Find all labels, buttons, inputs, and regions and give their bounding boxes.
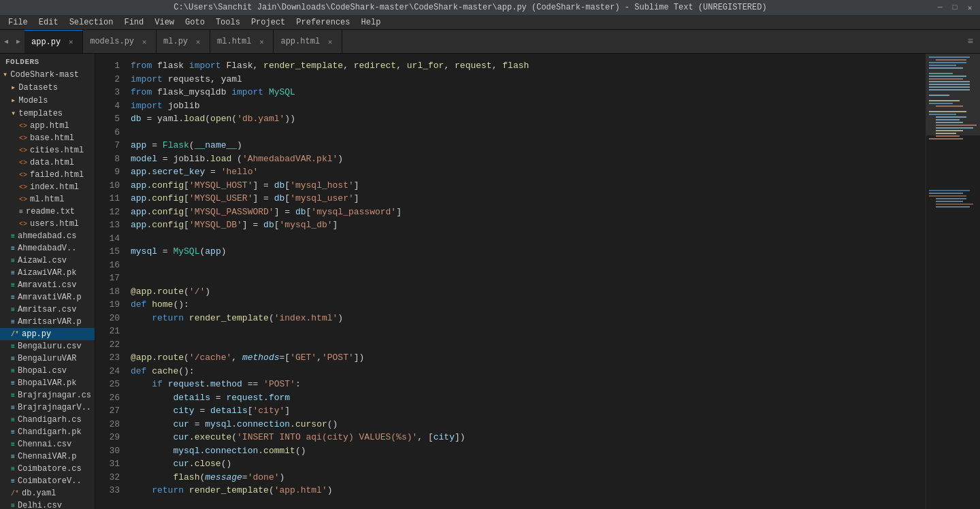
- pkl-file-icon: ≡: [11, 269, 15, 277]
- sidebar-file-brajrajnagarvar[interactable]: ≡ BrajrajnagarV..: [0, 401, 95, 414]
- sidebar-file-cities-html[interactable]: <> cities.html: [0, 144, 95, 157]
- tab-prev-button[interactable]: ◀: [0, 30, 12, 53]
- csv-file-icon: ≡: [11, 233, 15, 240]
- pkl-file-icon: ≡: [11, 318, 15, 326]
- menu-help[interactable]: Help: [356, 16, 387, 29]
- pkl-file-icon: ≡: [11, 294, 15, 301]
- txt-file-icon: ≡: [19, 208, 23, 216]
- tab-ml-py[interactable]: ml.py ✕: [157, 30, 210, 53]
- file-label: BengaluruVAR: [18, 354, 76, 363]
- sidebar-file-amravativar[interactable]: ≡ AmravatiVAR.p: [0, 291, 95, 303]
- maximize-button[interactable]: □: [950, 3, 960, 12]
- minimap: [926, 54, 980, 509]
- sidebar-file-chennaivar[interactable]: ≡ ChennaiVAR.p: [0, 450, 95, 463]
- file-label: CoimbatoreV..: [18, 476, 82, 486]
- tab-close-models-py[interactable]: ✕: [140, 37, 149, 46]
- file-label: readme.txt: [26, 207, 75, 216]
- close-button[interactable]: ✕: [965, 3, 975, 12]
- file-label: Chandigarh.cs: [18, 415, 82, 425]
- sidebar: FOLDERS ▾ CodeShark-mast ▸ Datasets ▸ Mo…: [0, 54, 95, 509]
- sidebar-file-base-html[interactable]: <> base.html: [0, 132, 95, 144]
- sidebar-file-chandigarhpkl[interactable]: ≡ Chandigarh.pk: [0, 426, 95, 438]
- file-label: Amritsar.csv: [18, 305, 76, 314]
- tab-app-py[interactable]: app.py ✕: [24, 30, 83, 53]
- tab-label: models.py: [90, 37, 134, 46]
- window-controls: ─ □ ✕: [935, 3, 975, 12]
- file-label: AmritsarVAR.p: [18, 317, 82, 327]
- sidebar-file-app-py[interactable]: /* app.py: [0, 328, 95, 340]
- file-label: Brajrajnagar.cs: [18, 391, 91, 400]
- file-label: Aizawl.csv: [18, 256, 67, 265]
- menu-edit[interactable]: Edit: [33, 16, 64, 29]
- file-label: app.html: [30, 121, 69, 131]
- pkl-file-icon: ≡: [11, 429, 15, 436]
- sidebar-file-readme[interactable]: ≡ readme.txt: [0, 206, 95, 218]
- tab-close-app-py[interactable]: ✕: [66, 37, 76, 47]
- file-label: Delhi.csv: [18, 501, 62, 509]
- folder-open-icon: ▾: [11, 108, 16, 118]
- code-area[interactable]: from flask import Flask, render_template…: [128, 54, 926, 509]
- file-label: ml.html: [30, 195, 64, 204]
- sidebar-file-chandigarh-csv[interactable]: ≡ Chandigarh.cs: [0, 414, 95, 426]
- tab-bar: ◀ ▶ app.py ✕ models.py ✕ ml.py ✕ ml.html…: [0, 30, 980, 54]
- sidebar-file-amritsar-csv[interactable]: ≡ Amritsar.csv: [0, 303, 95, 316]
- sidebar-file-coimbatore-csv[interactable]: ≡ Coimbatore.cs: [0, 463, 95, 475]
- sidebar-file-amritsarvar[interactable]: ≡ AmritsarVAR.p: [0, 316, 95, 328]
- sidebar-file-index-html[interactable]: <> index.html: [0, 181, 95, 193]
- menu-selection[interactable]: Selection: [64, 16, 119, 29]
- menu-goto[interactable]: Goto: [180, 16, 210, 29]
- menu-preferences[interactable]: Preferences: [291, 16, 355, 29]
- sidebar-file-app-html[interactable]: <> app.html: [0, 120, 95, 132]
- tab-close-app-html[interactable]: ✕: [325, 37, 335, 46]
- sidebar-file-data-html[interactable]: <> data.html: [0, 157, 95, 169]
- file-label: AizawiVAR.pk: [18, 268, 76, 278]
- minimap-toggle-button[interactable]: ≡: [961, 30, 980, 53]
- sidebar-file-bhopalvar[interactable]: ≡ BhopalVAR.pk: [0, 377, 95, 389]
- sidebar-file-delhi-csv[interactable]: ≡ Delhi.csv: [0, 499, 95, 509]
- sidebar-file-aizawl-csv[interactable]: ≡ Aizawl.csv: [0, 255, 95, 267]
- menu-view[interactable]: View: [149, 16, 180, 29]
- file-label: ChennaiVAR.p: [18, 452, 76, 461]
- sidebar-file-bhopal-csv[interactable]: ≡ Bhopal.csv: [0, 365, 95, 377]
- sidebar-folder-codeshark[interactable]: ▾ CodeShark-mast: [0, 68, 95, 81]
- html-file-icon: <>: [19, 171, 27, 179]
- sidebar-file-brajrajnagar-csv[interactable]: ≡ Brajrajnagar.cs: [0, 389, 95, 401]
- csv-file-icon: ≡: [11, 257, 15, 265]
- sidebar-file-aizawivar[interactable]: ≡ AizawiVAR.pk: [0, 267, 95, 279]
- tab-models-py[interactable]: models.py ✕: [83, 30, 157, 53]
- menu-find[interactable]: Find: [118, 16, 149, 29]
- sidebar-file-amravati-csv[interactable]: ≡ Amravati.csv: [0, 279, 95, 291]
- menu-project[interactable]: Project: [246, 16, 291, 29]
- sidebar-file-users-html[interactable]: <> users.html: [0, 218, 95, 230]
- sidebar-folder-datasets[interactable]: ▸ Datasets: [0, 81, 95, 94]
- yaml-file-icon: /*: [11, 490, 19, 497]
- sidebar-file-ahmedabad-csv[interactable]: ≡ ahmedabad.cs: [0, 230, 95, 242]
- csv-file-icon: ≡: [11, 306, 15, 314]
- menu-file[interactable]: File: [3, 16, 33, 29]
- minimap-viewport[interactable]: [926, 54, 980, 135]
- sidebar-file-ahmedabadvar[interactable]: ≡ AhmedabadV..: [0, 242, 95, 255]
- sidebar-file-bengaluruvar[interactable]: ≡ BengaluruVAR: [0, 352, 95, 365]
- tab-app-html[interactable]: app.html ✕: [274, 30, 342, 53]
- sidebar-folder-templates[interactable]: ▾ templates: [0, 107, 95, 120]
- code-editor[interactable]: 12345 678910 1112131415 1617181920 21222…: [95, 54, 926, 509]
- main-layout: FOLDERS ▾ CodeShark-mast ▸ Datasets ▸ Mo…: [0, 54, 980, 509]
- tab-close-ml-py[interactable]: ✕: [193, 37, 203, 46]
- sidebar-file-failed-html[interactable]: <> failed.html: [0, 169, 95, 181]
- tab-ml-html[interactable]: ml.html ✕: [210, 30, 274, 53]
- file-label: ahmedabad.cs: [18, 231, 76, 241]
- sidebar-file-db-yaml[interactable]: /* db.yaml: [0, 487, 95, 499]
- file-label: users.html: [30, 219, 79, 229]
- menu-tools[interactable]: Tools: [210, 16, 246, 29]
- sidebar-file-coimbatorevar[interactable]: ≡ CoimbatoreV..: [0, 475, 95, 487]
- sidebar-file-chennai-csv[interactable]: ≡ Chennai.csv: [0, 438, 95, 450]
- sidebar-file-ml-html[interactable]: <> ml.html: [0, 193, 95, 206]
- minimize-button[interactable]: ─: [935, 3, 945, 12]
- sidebar-folder-models[interactable]: ▸ Models: [0, 94, 95, 107]
- tab-close-ml-html[interactable]: ✕: [257, 37, 266, 46]
- pkl-file-icon: ≡: [11, 478, 15, 485]
- file-label: index.html: [30, 182, 79, 192]
- sidebar-file-bengaluru-csv[interactable]: ≡ Bengaluru.csv: [0, 340, 95, 352]
- tab-next-button[interactable]: ▶: [12, 30, 24, 53]
- sidebar-section-header: FOLDERS: [0, 54, 95, 68]
